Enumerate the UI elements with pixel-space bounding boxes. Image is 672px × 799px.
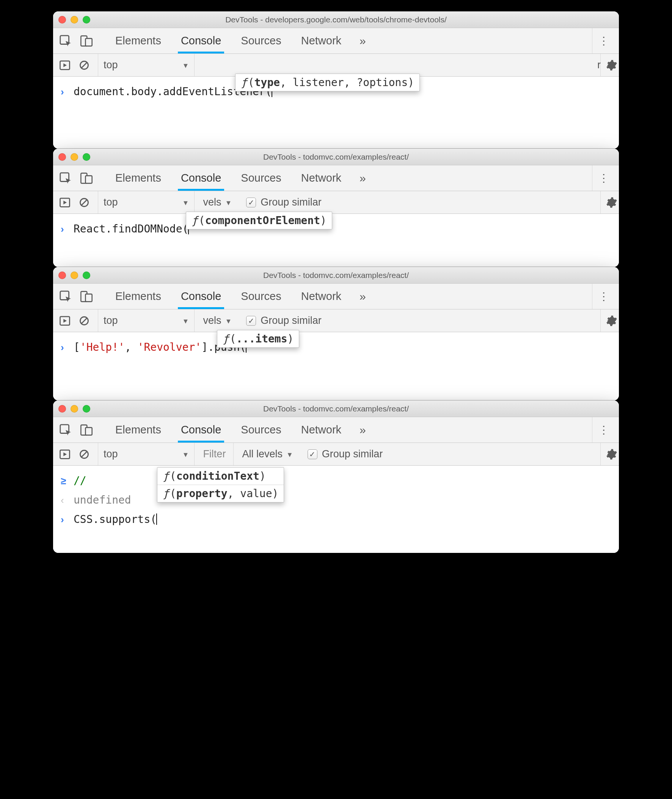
- chevron-down-icon: ▼: [182, 199, 189, 207]
- console-output-row: ‹undefined: [61, 492, 611, 509]
- console-input-row[interactable]: › CSS.supports(: [61, 511, 611, 528]
- window-close-icon[interactable]: [58, 272, 66, 279]
- window-title: DevTools - todomvc.com/examples/react/: [53, 404, 619, 413]
- toggle-drawer-icon[interactable]: [59, 449, 70, 460]
- titlebar[interactable]: DevTools - todomvc.com/examples/react/: [53, 149, 619, 165]
- device-mode-icon[interactable]: [80, 172, 93, 184]
- console-panel[interactable]: ƒ(type, listener, ?options) › document.b…: [53, 77, 619, 149]
- tab-console[interactable]: Console: [181, 284, 221, 309]
- group-similar-toggle[interactable]: ✓ Group similar: [307, 448, 383, 460]
- tabs-overflow-icon[interactable]: »: [360, 35, 366, 47]
- tab-network[interactable]: Network: [301, 417, 341, 443]
- execution-context-select[interactable]: top ▼: [98, 443, 195, 465]
- settings-icon[interactable]: [600, 54, 618, 76]
- settings-icon[interactable]: [600, 191, 618, 214]
- window-minimize-icon[interactable]: [70, 405, 78, 412]
- inspect-icon[interactable]: [59, 423, 72, 436]
- clear-console-icon[interactable]: [79, 197, 90, 208]
- window-close-icon[interactable]: [58, 153, 66, 161]
- window-minimize-icon[interactable]: [70, 16, 78, 24]
- clear-console-icon[interactable]: [79, 60, 90, 70]
- tab-elements[interactable]: Elements: [115, 417, 161, 443]
- group-similar-toggle[interactable]: ✓ Group similar: [246, 315, 322, 326]
- titlebar[interactable]: DevTools - todomvc.com/examples/react/: [53, 267, 619, 284]
- console-panel[interactable]: ƒ(componentOrElement) › React.findDOMNod…: [53, 214, 619, 267]
- svg-line-17: [82, 318, 87, 323]
- toggle-drawer-icon[interactable]: [59, 315, 70, 326]
- tab-sources[interactable]: Sources: [241, 28, 281, 53]
- window-close-icon[interactable]: [58, 405, 66, 412]
- window-minimize-icon[interactable]: [70, 272, 78, 279]
- inspect-icon[interactable]: [59, 290, 72, 303]
- device-mode-icon[interactable]: [80, 424, 93, 436]
- tabs-overflow-icon[interactable]: »: [360, 423, 366, 436]
- log-levels-select[interactable]: All levels▼: [242, 443, 293, 465]
- execution-context-select[interactable]: top ▼: [98, 310, 195, 332]
- tab-sources[interactable]: Sources: [241, 417, 281, 443]
- tabs-overflow-icon[interactable]: »: [360, 172, 366, 185]
- console-input-row[interactable]: › React.findDOMNode(: [61, 221, 611, 238]
- console-input[interactable]: React.findDOMNode(: [74, 221, 189, 238]
- log-levels-select[interactable]: vels▼: [203, 191, 232, 214]
- kebab-menu-icon[interactable]: ⋮: [592, 417, 615, 443]
- window-close-icon[interactable]: [58, 16, 66, 24]
- tab-elements[interactable]: Elements: [115, 284, 161, 309]
- devtools-window: DevTools - todomvc.com/examples/react/ E…: [53, 149, 619, 267]
- kebab-menu-icon[interactable]: ⋮: [592, 165, 615, 191]
- clear-console-icon[interactable]: [79, 449, 90, 460]
- window-title: DevTools - developers.google.com/web/too…: [53, 15, 619, 24]
- tab-console[interactable]: Console: [181, 28, 221, 53]
- console-panel[interactable]: ƒ(conditionText)ƒ(property, value) ≥// ‹…: [53, 466, 619, 553]
- tab-console[interactable]: Console: [181, 417, 221, 443]
- tab-network[interactable]: Network: [301, 165, 341, 191]
- signature-line: ƒ(property, value): [157, 485, 284, 502]
- inspect-icon[interactable]: [59, 172, 72, 185]
- device-mode-icon[interactable]: [80, 291, 93, 303]
- settings-icon[interactable]: [600, 310, 618, 332]
- log-levels-select[interactable]: vels▼: [203, 310, 232, 332]
- tab-console[interactable]: Console: [181, 165, 221, 191]
- checkbox-icon: ✓: [246, 316, 256, 326]
- toggle-drawer-icon[interactable]: [59, 59, 70, 71]
- tab-network[interactable]: Network: [301, 28, 341, 53]
- filter-input[interactable]: Filter: [203, 443, 234, 465]
- window-zoom-icon[interactable]: [83, 272, 90, 279]
- inspect-icon[interactable]: [59, 35, 72, 47]
- console-toolbar: top ▼ vels▼ ✓ Group similar: [53, 191, 619, 214]
- svg-rect-14: [85, 294, 92, 302]
- tab-sources[interactable]: Sources: [241, 284, 281, 309]
- tab-elements[interactable]: Elements: [115, 28, 161, 53]
- svg-rect-20: [85, 427, 92, 435]
- titlebar[interactable]: DevTools - developers.google.com/web/too…: [53, 11, 619, 28]
- svg-line-23: [82, 452, 87, 457]
- clipped-text: r: [597, 59, 601, 71]
- tab-elements[interactable]: Elements: [115, 165, 161, 191]
- prompt-icon: ›: [61, 222, 67, 237]
- tabs-overflow-icon[interactable]: »: [360, 290, 366, 303]
- window-minimize-icon[interactable]: [70, 153, 78, 161]
- execution-context-select[interactable]: top ▼: [98, 191, 195, 214]
- signature-tooltip: ƒ(...items): [217, 330, 299, 348]
- kebab-menu-icon[interactable]: ⋮: [592, 284, 615, 309]
- toggle-drawer-icon[interactable]: [59, 197, 70, 208]
- chevron-down-icon: ▼: [225, 199, 232, 207]
- result-icon: ‹: [61, 492, 67, 508]
- signature-line: ƒ(...items): [217, 330, 299, 347]
- window-zoom-icon[interactable]: [83, 153, 90, 161]
- console-input-row[interactable]: › ['Help!', 'Revolver'].push(: [61, 339, 611, 356]
- settings-icon[interactable]: [600, 443, 618, 465]
- tab-sources[interactable]: Sources: [241, 165, 281, 191]
- kebab-menu-icon[interactable]: ⋮: [592, 28, 615, 53]
- tab-network[interactable]: Network: [301, 284, 341, 309]
- text-cursor: [156, 513, 157, 525]
- clear-console-icon[interactable]: [79, 315, 90, 326]
- console-input[interactable]: CSS.supports(: [74, 511, 157, 528]
- group-similar-toggle[interactable]: ✓ Group similar: [246, 197, 322, 208]
- window-zoom-icon[interactable]: [83, 405, 90, 412]
- execution-context-select[interactable]: top ▼: [98, 54, 195, 76]
- titlebar[interactable]: DevTools - todomvc.com/examples/react/: [53, 400, 619, 417]
- device-mode-icon[interactable]: [80, 35, 93, 47]
- console-panel[interactable]: ƒ(...items) › ['Help!', 'Revolver'].push…: [53, 332, 619, 400]
- prompt-icon: ›: [61, 512, 67, 528]
- window-zoom-icon[interactable]: [83, 16, 90, 24]
